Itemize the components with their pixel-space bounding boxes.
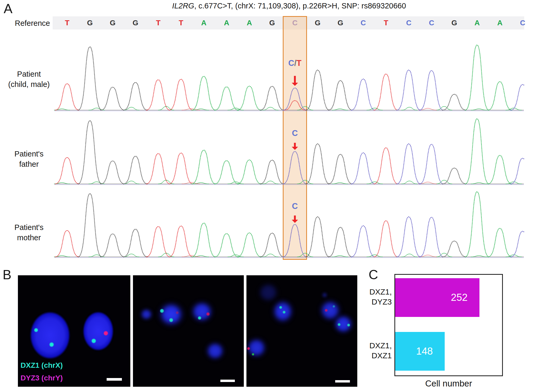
trace-peak xyxy=(420,144,443,184)
baseline-noise xyxy=(123,254,139,257)
chart-bar-1: 252 xyxy=(395,278,479,317)
sequence-base: A xyxy=(474,16,480,30)
trace-peak xyxy=(101,87,125,110)
fish-signal-dot xyxy=(279,306,282,309)
trace-peak xyxy=(101,161,125,184)
trace-peak xyxy=(78,47,102,110)
trace-peak xyxy=(55,158,79,184)
baseline-noise xyxy=(471,109,487,110)
trace-peak xyxy=(443,94,466,110)
trace-peak xyxy=(351,226,375,257)
arrow-down-icon xyxy=(292,83,298,86)
baseline-noise xyxy=(402,254,417,257)
trace-peak xyxy=(146,227,170,257)
fish-signal-dot xyxy=(283,311,285,313)
title-rest: , c.677C>T, (chrX: 71,109,308), p.226R>H… xyxy=(194,2,406,10)
variant-call-label-mother: C xyxy=(292,202,298,211)
fish-signal-dot xyxy=(333,305,335,307)
fish-signal-dot xyxy=(338,323,340,326)
baseline-noise xyxy=(436,106,452,110)
variant-call-base: C xyxy=(292,129,298,138)
sequence-base: C xyxy=(520,16,525,30)
baseline-noise xyxy=(297,106,313,110)
bar-category-label-1: DXZ1,DYZ3 xyxy=(356,287,392,307)
trace-peak xyxy=(237,86,261,110)
baseline-noise xyxy=(419,182,437,184)
trace-peak xyxy=(465,192,489,257)
trace-peak xyxy=(488,155,512,184)
bar-category-line: DXZ1, xyxy=(356,287,392,297)
trace-peak xyxy=(511,158,524,184)
trace-peak xyxy=(215,234,239,257)
trace-peak xyxy=(237,233,261,257)
fish-signal-dot xyxy=(104,331,108,335)
trace-peak xyxy=(420,71,443,110)
cell-nucleus xyxy=(83,312,113,351)
baseline-noise xyxy=(402,181,417,184)
trace-peak xyxy=(465,45,489,110)
bar-category-line: DXZ1, xyxy=(356,341,392,351)
sequence-base: T xyxy=(65,16,69,30)
trace-row-mother xyxy=(54,192,524,258)
arrow-down-icon xyxy=(292,220,298,223)
baseline-noise xyxy=(402,107,417,110)
panel-a-label: A xyxy=(4,1,12,16)
baseline-noise xyxy=(332,256,348,257)
trace-peak xyxy=(443,168,466,184)
trace-peak xyxy=(306,217,330,257)
baseline-noise xyxy=(123,181,139,184)
bar-category-line: DXZ1 xyxy=(356,351,392,361)
trace-row-label-father: Patient'sfather xyxy=(3,149,55,169)
baseline-noise xyxy=(367,182,383,184)
chart-bar-2: 148 xyxy=(395,332,445,371)
cell-nucleus xyxy=(204,340,226,362)
row-label-line: Patient's xyxy=(3,222,55,233)
trace-peak-variant xyxy=(284,101,305,110)
baseline-noise xyxy=(262,254,278,257)
trace-peak xyxy=(511,85,524,110)
trace-peak xyxy=(78,121,102,184)
baseline-noise xyxy=(332,183,348,184)
fish-signal-dot xyxy=(49,342,54,347)
cell-nucleus xyxy=(189,299,215,324)
baseline-noise xyxy=(471,183,487,184)
trace-peak xyxy=(124,229,147,257)
baseline-noise xyxy=(436,180,452,184)
baseline-noise xyxy=(471,256,487,257)
bar-category-line: DYZ3 xyxy=(356,297,392,307)
trace-peak xyxy=(374,221,398,257)
bar-value-label: 252 xyxy=(451,278,468,317)
variant-call-base: C xyxy=(288,58,294,68)
trace-row-patient xyxy=(54,45,524,111)
trace-peak-variant xyxy=(283,224,307,257)
trace-peak xyxy=(374,148,398,184)
trace-peak-variant xyxy=(283,151,307,184)
sequence-base: G xyxy=(269,16,275,30)
baseline-noise xyxy=(123,107,139,110)
trace-peak xyxy=(215,87,239,110)
row-label-line: father xyxy=(3,159,55,169)
probe-legend-dyz3: DYZ3 (chrY) xyxy=(21,374,63,382)
sequence-base: A xyxy=(247,16,252,30)
trace-peak xyxy=(488,82,512,110)
fish-signal-dot xyxy=(347,324,350,326)
trace-peak xyxy=(260,233,284,257)
reference-label: Reference xyxy=(5,19,50,28)
trace-peak xyxy=(351,153,375,184)
panel-a-title: IL2RG, c.677C>T, (chrX: 71,109,308), p.2… xyxy=(54,2,524,10)
variant-call-base: C xyxy=(292,202,298,211)
trace-peak xyxy=(146,80,170,110)
variant-call-base: / xyxy=(294,58,296,68)
cell-nucleus xyxy=(156,300,186,329)
sequence-base: A xyxy=(224,16,229,30)
trace-peak xyxy=(169,153,193,184)
trace-peak xyxy=(146,154,170,184)
fish-signal-dot xyxy=(169,318,173,322)
trace-peak xyxy=(237,160,261,184)
cell-nucleus xyxy=(30,312,70,359)
baseline-noise xyxy=(419,255,437,257)
trace-peak xyxy=(55,84,79,110)
chart-plot-area: 252148 xyxy=(394,274,503,376)
gene-name: IL2RG xyxy=(172,2,194,10)
trace-peak xyxy=(192,223,216,257)
